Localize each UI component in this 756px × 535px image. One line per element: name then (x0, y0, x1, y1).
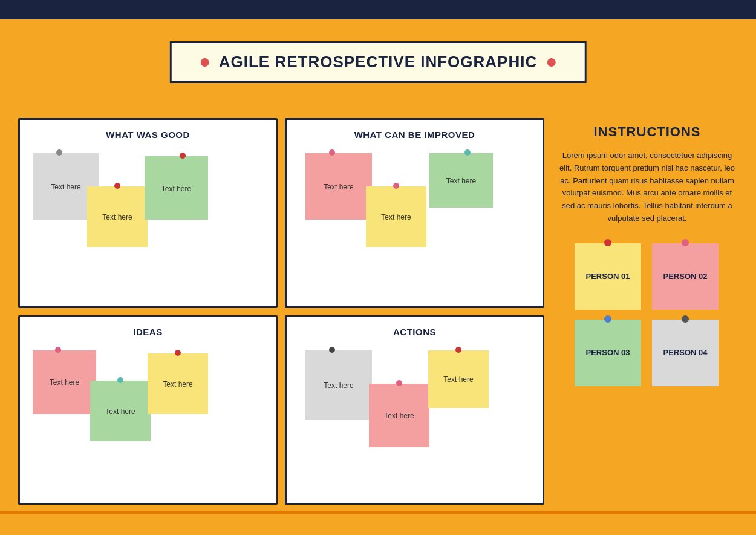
title-dot-right (547, 58, 555, 67)
pin-ideas-2 (117, 377, 123, 383)
bottom-bar (0, 511, 756, 535)
notes-area-wcbi: Text here Text here Text here (296, 147, 533, 297)
sticky-actions-1[interactable]: Text here (305, 350, 372, 420)
person-card-02[interactable]: PERSON 02 (652, 243, 719, 310)
quadrant-what-was-good: WHAT WAS GOOD Text here Text here Text h… (18, 118, 278, 308)
person-pin-02 (682, 239, 689, 246)
person-pin-03 (604, 315, 611, 323)
title-container: AGILE RETROSPECTIVE INFOGRAPHIC (170, 41, 587, 83)
notes-area-wwg: Text here Text here Text here (30, 147, 266, 297)
pin-ideas-3 (175, 350, 181, 356)
sticky-actions-2[interactable]: Text here (369, 384, 429, 447)
sticky-wcbi-1[interactable]: Text here (305, 153, 372, 220)
pin-wcbi-1 (329, 149, 335, 156)
instructions-text: Lorem ipsum odor amet, consectetuer adip… (556, 149, 738, 225)
quadrant-title-wcbi: WHAT CAN BE IMPROVED (296, 130, 533, 140)
pin-wcbi-3 (464, 149, 471, 156)
quadrant-title-wwg: WHAT WAS GOOD (30, 130, 266, 140)
person-card-03[interactable]: PERSON 03 (575, 320, 641, 386)
person-card-04[interactable]: PERSON 04 (652, 320, 719, 386)
pin-actions-1 (329, 347, 335, 353)
notes-area-actions: Text here Text here Text here (296, 344, 533, 494)
quadrant-title-ideas: IDEAS (30, 327, 266, 337)
pin-ideas-1 (55, 347, 61, 353)
main-title: AGILE RETROSPECTIVE INFOGRAPHIC (219, 53, 538, 71)
sticky-ideas-3[interactable]: Text here (148, 353, 208, 414)
quadrant-actions: ACTIONS Text here Text here Text here (285, 315, 544, 505)
top-bar (0, 0, 756, 19)
sticky-wcbi-2[interactable]: Text here (366, 186, 426, 247)
person-pin-04 (682, 315, 689, 323)
sticky-wcbi-3[interactable]: Text here (429, 153, 493, 208)
pin-wcbi-2 (393, 183, 399, 189)
person-label-02: PERSON 02 (663, 272, 708, 281)
person-label-03: PERSON 03 (586, 348, 630, 357)
quadrant-ideas: IDEAS Text here Text here Text here (18, 315, 278, 505)
quadrant-grid: WHAT WAS GOOD Text here Text here Text h… (18, 118, 544, 505)
pin-wwg-3 (180, 153, 186, 159)
pin-wwg-2 (114, 183, 120, 189)
quadrant-title-actions: ACTIONS (296, 327, 533, 337)
instructions-title: INSTRUCTIONS (594, 124, 701, 140)
person-pin-01 (604, 239, 611, 246)
notes-area-ideas: Text here Text here Text here (30, 344, 266, 494)
sticky-ideas-1[interactable]: Text here (33, 350, 96, 414)
person-label-04: PERSON 04 (663, 348, 708, 357)
pin-actions-2 (396, 380, 402, 386)
pin-actions-3 (455, 347, 461, 353)
right-panel: INSTRUCTIONS Lorem ipsum odor amet, cons… (556, 118, 738, 505)
title-dot-left (201, 58, 209, 67)
sticky-actions-3[interactable]: Text here (428, 350, 489, 408)
main-content: WHAT WAS GOOD Text here Text here Text h… (18, 118, 738, 505)
sticky-wwg-2[interactable]: Text here (87, 186, 148, 247)
person-label-01: PERSON 01 (586, 272, 630, 281)
sticky-ideas-2[interactable]: Text here (90, 381, 151, 441)
quadrant-what-can-be-improved: WHAT CAN BE IMPROVED Text here Text here… (285, 118, 544, 308)
person-card-01[interactable]: PERSON 01 (575, 243, 641, 310)
pin-wwg-1 (56, 149, 62, 156)
sticky-wwg-3[interactable]: Text here (145, 156, 208, 220)
persons-grid: PERSON 01 PERSON 02 PERSON 03 PERSON 04 (575, 243, 720, 386)
